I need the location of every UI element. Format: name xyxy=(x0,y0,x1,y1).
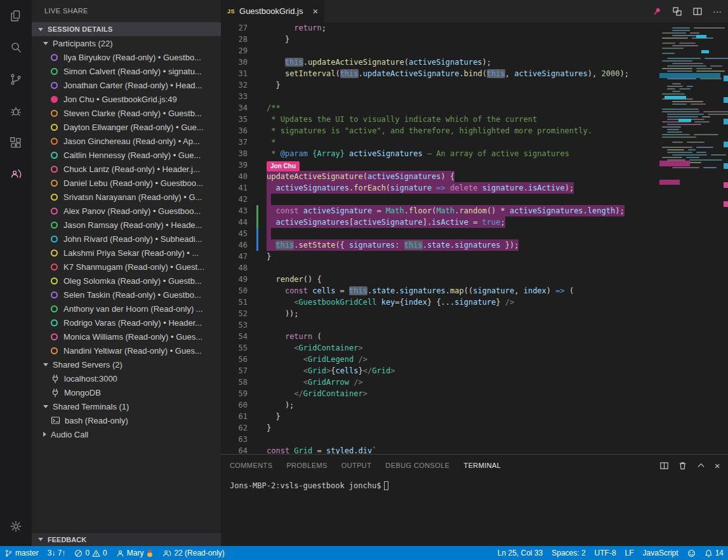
settings-gear-icon[interactable] xyxy=(0,510,32,542)
code-line[interactable]: 52 )); xyxy=(221,308,728,319)
line-number[interactable]: 43 xyxy=(221,205,248,217)
git-sync-item[interactable]: 3↓ 7↑ xyxy=(43,546,70,560)
source-control-icon[interactable] xyxy=(0,63,32,95)
code-line[interactable]: 32 } xyxy=(221,79,728,91)
open-changes-icon[interactable] xyxy=(672,6,682,17)
line-number[interactable]: 46 xyxy=(221,239,248,251)
cursor-position-item[interactable]: Ln 25, Col 33 xyxy=(493,546,547,560)
participant-item[interactable]: John Rivard (Read-only) • Subheadi... xyxy=(32,232,221,246)
code-line[interactable]: 61 } xyxy=(221,411,728,422)
language-mode-item[interactable]: JavaScript xyxy=(639,546,683,560)
line-number[interactable]: 59 xyxy=(221,388,248,399)
code-line[interactable]: 42 xyxy=(221,194,728,205)
notifications-item[interactable]: 14 xyxy=(700,546,728,560)
code-line[interactable]: 53 xyxy=(221,319,728,331)
minimap[interactable] xyxy=(659,22,723,454)
line-number[interactable]: 32 xyxy=(221,79,248,91)
line-number[interactable]: 54 xyxy=(221,331,248,342)
split-panel-icon[interactable] xyxy=(659,461,669,470)
line-number[interactable]: 39 xyxy=(221,159,248,171)
tab-close-icon[interactable]: × xyxy=(312,6,318,16)
participant-item[interactable]: Oleg Solomka (Read-only) • Guestb... xyxy=(32,274,221,288)
code-line[interactable]: 47} xyxy=(221,251,728,262)
code-line[interactable]: 36 * signatures is "active", and therefo… xyxy=(221,125,728,137)
line-number[interactable]: 55 xyxy=(221,342,248,354)
code-line[interactable]: 44 activeSignatures[activeSignature].isA… xyxy=(221,217,728,228)
line-number[interactable]: 33 xyxy=(221,91,248,102)
code-line[interactable]: 27 return; xyxy=(221,22,728,34)
line-number[interactable]: 47 xyxy=(221,251,248,262)
code-line[interactable]: 43 const activeSignature = Math.floor(Ma… xyxy=(221,205,728,217)
more-actions-icon[interactable]: ··· xyxy=(713,6,722,17)
code-line[interactable]: 51 <GuestbookGridCell key={index} {...si… xyxy=(221,297,728,308)
line-number[interactable]: 63 xyxy=(221,434,248,445)
participant-item[interactable]: Jonathan Carter (Read-only) • Head... xyxy=(32,78,221,92)
line-number[interactable]: 51 xyxy=(221,297,248,308)
code-line[interactable]: 39Jon Chu xyxy=(221,159,728,171)
eol-item[interactable]: LF xyxy=(621,546,639,560)
shared-terminals-header[interactable]: Shared Terminals (1) xyxy=(32,399,221,413)
line-number[interactable]: 40 xyxy=(221,171,248,182)
tab-output[interactable]: OUTPUT xyxy=(341,462,372,469)
problems-item[interactable]: 0 0 xyxy=(70,546,111,560)
line-number[interactable]: 60 xyxy=(221,399,248,411)
code-line[interactable]: 34/** xyxy=(221,102,728,114)
extensions-icon[interactable] xyxy=(0,127,32,159)
maximize-panel-icon[interactable] xyxy=(696,461,706,470)
line-number[interactable]: 37 xyxy=(221,137,248,148)
server-item-localhost[interactable]: localhost:3000 xyxy=(32,371,221,385)
git-branch-item[interactable]: master xyxy=(0,546,43,560)
participant-item[interactable]: Alex Panov (Read-only) • Guestboo... xyxy=(32,204,221,218)
live-share-status-item[interactable]: 22 (Read-only) xyxy=(158,546,228,560)
code-line[interactable]: 28 } xyxy=(221,34,728,45)
code-line[interactable]: 62} xyxy=(221,422,728,434)
line-number[interactable]: 57 xyxy=(221,365,248,377)
line-number[interactable]: 30 xyxy=(221,57,248,68)
terminal-item-bash[interactable]: bash (Read-only) xyxy=(32,413,221,427)
line-number[interactable]: 61 xyxy=(221,411,248,422)
line-number[interactable]: 56 xyxy=(221,354,248,365)
line-number[interactable]: 45 xyxy=(221,228,248,239)
line-number[interactable]: 44 xyxy=(221,217,248,228)
shared-servers-header[interactable]: Shared Servers (2) xyxy=(32,357,221,371)
audio-call-item[interactable]: Audio Call xyxy=(32,427,221,441)
code-line[interactable]: 56 <GridLegend /> xyxy=(221,354,728,365)
participant-item[interactable]: Jason Ramsay (Read-only) • Heade... xyxy=(32,218,221,232)
search-icon[interactable] xyxy=(0,32,32,63)
participant-item[interactable]: K7 Shanmugam (Read-only) • Guest... xyxy=(32,260,221,274)
code-line[interactable]: 29 xyxy=(221,45,728,57)
code-line[interactable]: 37 * xyxy=(221,137,728,148)
participant-item[interactable]: Anthony van der Hoorn (Read-only) ... xyxy=(32,302,221,316)
encoding-item[interactable]: UTF-8 xyxy=(590,546,621,560)
participant-item[interactable]: Selen Taskin (Read-only) • Guestbo... xyxy=(32,288,221,302)
split-editor-icon[interactable] xyxy=(692,6,703,17)
code-line[interactable]: 33 xyxy=(221,91,728,102)
participant-item[interactable]: Dayton Ellwanger (Read-only) • Gue... xyxy=(32,120,221,134)
line-number[interactable]: 41 xyxy=(221,182,248,194)
line-number[interactable]: 38 xyxy=(221,148,248,159)
follow-participant-pin-icon[interactable] xyxy=(652,6,662,17)
line-number[interactable]: 53 xyxy=(221,319,248,331)
code-line[interactable]: 40updateActiveSignature(activeSignatures… xyxy=(221,171,728,182)
participant-item[interactable]: Steven Clarke (Read-only) • Guestb... xyxy=(32,106,221,120)
tab-guestbookgrid[interactable]: JS GuestbookGrid.js × xyxy=(221,0,324,22)
live-share-icon[interactable] xyxy=(0,159,32,190)
tab-comments[interactable]: COMMENTS xyxy=(230,462,272,469)
code-line[interactable]: 55 <GridContainer> xyxy=(221,342,728,354)
line-number[interactable]: 64 xyxy=(221,445,248,454)
participant-item[interactable]: Nandini Yeltiwar (Read-only) • Gues... xyxy=(32,343,221,357)
code-line[interactable]: 58 <GridArrow /> xyxy=(221,377,728,388)
code-line[interactable]: 63 xyxy=(221,434,728,445)
feedback-header[interactable]: FEEDBACK xyxy=(32,532,221,546)
code-line[interactable]: 45 xyxy=(221,228,728,239)
line-number[interactable]: 28 xyxy=(221,34,248,45)
feedback-smiley-item[interactable] xyxy=(683,546,700,560)
participant-item[interactable]: Caitlin Hennessy (Read-only) • Gue... xyxy=(32,148,221,162)
line-number[interactable]: 34 xyxy=(221,102,248,114)
participant-item[interactable]: Jason Ginchereau (Read-only) • Ap... xyxy=(32,134,221,148)
code-line[interactable]: 35 * Updates the UI to visually indicate… xyxy=(221,114,728,125)
code-line[interactable]: 46 this.setState({ signatures: this.stat… xyxy=(221,239,728,251)
line-number[interactable]: 49 xyxy=(221,274,248,285)
line-number[interactable]: 27 xyxy=(221,22,248,34)
tab-terminal[interactable]: TERMINAL xyxy=(464,462,501,469)
